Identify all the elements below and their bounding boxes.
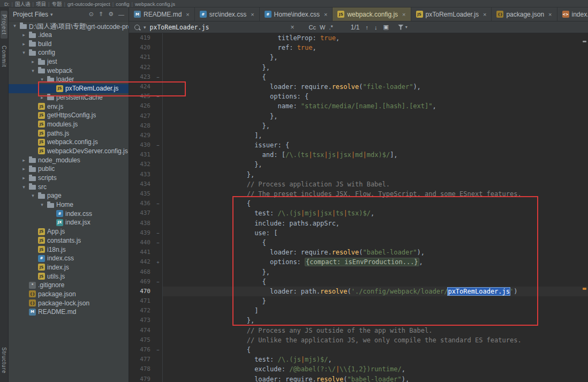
tree-row[interactable]: #index.css — [9, 209, 129, 218]
tree-row[interactable]: ▾page — [9, 191, 129, 200]
fold-marker-icon[interactable]: − — [154, 238, 163, 248]
code-line[interactable]: 434 // Process application JS with Babel… — [129, 179, 588, 189]
tree-row[interactable]: JSpaths.js — [9, 129, 129, 138]
select-all-matches-icon[interactable]: ▣ — [383, 24, 388, 31]
code-line[interactable]: 469− { — [129, 277, 588, 287]
code-line[interactable]: 468 }, — [129, 267, 588, 277]
fold-marker-icon[interactable]: − — [154, 345, 163, 355]
code-line[interactable]: 476− { — [129, 345, 588, 355]
tree-row[interactable]: ▸jest — [9, 57, 129, 66]
filter-icon[interactable] — [398, 25, 404, 30]
tree-row[interactable]: JSi18n.js — [9, 245, 129, 254]
close-icon[interactable]: × — [402, 11, 405, 18]
code-line[interactable]: 430− issuer: { — [129, 140, 588, 150]
code-line[interactable]: 475 // Unlike the application JS, we onl… — [129, 335, 588, 345]
chevron-right-icon[interactable]: ▸ — [39, 95, 45, 100]
tree-row[interactable]: JSenv.js — [9, 102, 129, 111]
editor-tab[interactable]: MREADME.md× — [129, 8, 195, 21]
chevron-down-icon[interactable]: ▾ — [30, 68, 36, 73]
chevron-right-icon[interactable]: ▸ — [21, 32, 27, 38]
fold-marker-icon[interactable]: − — [154, 277, 163, 287]
tree-row[interactable]: {}package.json — [9, 290, 129, 299]
fold-marker-icon[interactable]: + — [154, 257, 163, 267]
chevron-down-icon[interactable]: ▾ — [39, 202, 45, 207]
code-line[interactable]: 436− { — [129, 199, 588, 208]
tree-row[interactable]: ▾D:\国人通\项目\专题\grt-outcode-project — [9, 21, 129, 31]
code-line[interactable]: 478 exclude: /@babel(?:\/|\\{1,2})runtim… — [129, 364, 588, 374]
editor-tab[interactable]: <>index.html× — [557, 8, 588, 21]
tree-row[interactable]: JSindex.js — [9, 263, 129, 272]
tree-row[interactable]: ▾loader — [9, 75, 129, 84]
chevron-right-icon[interactable]: ▸ — [21, 166, 27, 171]
tree-row[interactable]: #index.css — [9, 254, 129, 263]
code-line[interactable]: 423− { — [129, 72, 588, 82]
toolwindow-button-structure[interactable]: Structure — [1, 343, 7, 378]
previous-match-icon[interactable]: ↑ — [365, 24, 368, 31]
tree-row[interactable]: JSconstants.js — [9, 236, 129, 245]
tree-row[interactable]: ▾webpack — [9, 66, 129, 75]
tree-row[interactable]: *.gitignore — [9, 281, 129, 290]
editor-tab[interactable]: JSpxToRemLoader.js× — [411, 8, 492, 21]
code-line[interactable]: 431 and: [/\.(ts|tsx|js|jsx|md|mdx)$/], — [129, 150, 588, 160]
chevron-right-icon[interactable]: ▸ — [21, 158, 27, 163]
code-line[interactable]: 471 } — [129, 296, 588, 306]
chevron-down-icon[interactable]: ▾ — [21, 184, 27, 190]
tree-row[interactable]: JSmodules.js — [9, 120, 129, 129]
code-line[interactable]: 424 loader: require.resolve("file-loader… — [129, 82, 588, 92]
chevron-right-icon[interactable]: ▸ — [30, 59, 36, 64]
tree-row[interactable]: JSpxToRemLoader.js — [9, 84, 129, 93]
code-line[interactable]: 439− use: [ — [129, 228, 588, 238]
toolwindow-button-project[interactable]: Project — [1, 11, 7, 39]
code-line[interactable]: 426 name: "static/media/[name].[hash].[e… — [129, 101, 588, 111]
chevron-down-icon[interactable]: ▾ — [39, 77, 45, 82]
code-line[interactable]: 472 ] — [129, 306, 588, 316]
code-line[interactable]: 470 loader: path.resolve('./config/webpa… — [129, 287, 588, 296]
code-line[interactable]: 435 // The preset includes JSX, Flow, Ty… — [129, 189, 588, 199]
tree-row[interactable]: ▸.idea — [9, 31, 129, 40]
tree-row[interactable]: ▸build — [9, 39, 129, 48]
code-line[interactable]: 442+ options: {compact: isEnvProduction.… — [129, 257, 588, 267]
locate-file-icon[interactable]: ⊙ — [89, 11, 94, 18]
tree-row[interactable]: ▸scripts — [9, 174, 129, 183]
tree-row[interactable]: {}package-lock.json — [9, 298, 129, 308]
collapse-all-icon[interactable]: ⇑ — [99, 11, 103, 18]
code-line[interactable]: 438 include: paths.appSrc, — [129, 219, 588, 228]
code-line[interactable]: 429 ], — [129, 131, 588, 140]
code-line[interactable]: 437 test: /\.(js|mjs|jsx|ts|tsx)$/, — [129, 208, 588, 218]
close-icon[interactable]: × — [186, 11, 189, 18]
tree-row[interactable]: MREADME.md — [9, 308, 129, 317]
fold-marker-icon[interactable]: − — [154, 72, 163, 82]
close-icon[interactable]: × — [548, 11, 552, 18]
editor-tab[interactable]: JSwebpack.config.js× — [333, 8, 411, 21]
code-line[interactable]: 477 test: /\.(js|mjs)$/, — [129, 355, 588, 364]
code-line[interactable]: 425− options: { — [129, 92, 588, 101]
code-line[interactable]: 441 loader: require.resolve("babel-loade… — [129, 248, 588, 257]
fold-marker-icon[interactable]: − — [154, 140, 163, 150]
code-line[interactable]: 421 }, — [129, 53, 588, 62]
fold-marker-icon[interactable]: − — [154, 199, 163, 208]
tree-row[interactable]: JSwebpack.config.js — [9, 138, 129, 147]
tree-row[interactable]: JSutils.js — [9, 272, 129, 281]
fold-marker-icon[interactable]: − — [154, 92, 163, 101]
project-view-selector[interactable]: Project Files ▾ — [13, 11, 53, 18]
tree-row[interactable]: ▾Home — [9, 200, 129, 209]
code-line[interactable]: 427 }, — [129, 111, 588, 121]
hide-panel-icon[interactable]: — — [118, 11, 124, 18]
code-line[interactable]: 474 // Process any JS outside of the app… — [129, 326, 588, 335]
search-history-chevron-icon[interactable]: ▾ — [144, 25, 146, 30]
tree-row[interactable]: ▸persistentCache — [9, 93, 129, 102]
editor-tab[interactable]: {}package.json× — [492, 8, 557, 21]
regex-toggle[interactable]: .* — [329, 24, 333, 31]
code-line[interactable]: 440− { — [129, 238, 588, 248]
code-line[interactable]: 422 }, — [129, 63, 588, 72]
chevron-right-icon[interactable]: ▸ — [21, 175, 27, 181]
next-match-icon[interactable]: ↓ — [374, 24, 378, 31]
code-line[interactable]: 428 }, — [129, 121, 588, 131]
editor-tab[interactable]: #src\index.css× — [195, 8, 260, 21]
code-editor[interactable]: 419 titleProp: true,420 ref: true,421 },… — [129, 33, 588, 382]
filter-chevron-icon[interactable]: ▾ — [405, 25, 408, 29]
toolwindow-button-commit[interactable]: Commit — [1, 42, 7, 71]
tree-row[interactable]: ▾src — [9, 182, 129, 191]
code-line[interactable]: 473 }, — [129, 316, 588, 325]
search-input[interactable]: pxToRemLoader.js — [150, 24, 287, 31]
